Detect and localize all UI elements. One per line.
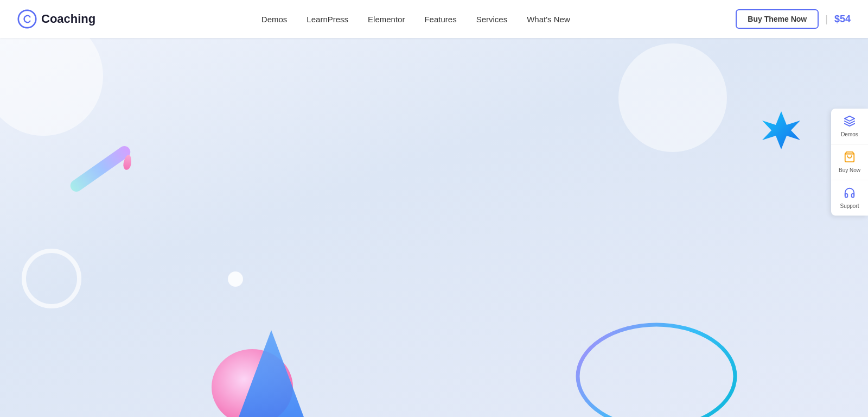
sidebar-buy-label: Buy Now	[839, 167, 860, 173]
floating-sidebar: Demos Buy Now Support	[831, 109, 868, 216]
nav-services[interactable]: Services	[476, 15, 508, 24]
sidebar-demos-label: Demos	[841, 131, 858, 137]
sidebar-item-demos[interactable]: Demos	[831, 109, 868, 144]
nav-demos[interactable]: Demos	[261, 15, 288, 24]
nav-whats-new[interactable]: What's New	[527, 15, 570, 24]
price-badge: $54	[834, 14, 851, 25]
headset-icon	[844, 187, 856, 201]
deco-dot-mid	[228, 271, 243, 287]
deco-oval-ring	[570, 314, 743, 417]
nav-elementor[interactable]: Elementor	[368, 15, 405, 24]
deco-circle-midleft	[22, 249, 81, 308]
header-cta: Buy Theme Now | $54	[736, 9, 851, 29]
main-nav: Demos LearnPress Elementor Features Serv…	[261, 15, 570, 24]
deco-plus-shape	[760, 109, 803, 152]
cta-divider: |	[825, 14, 828, 25]
hero-section	[0, 38, 868, 417]
logo-text: Coaching	[41, 12, 95, 26]
deco-pill-bar	[68, 144, 132, 194]
deco-circle-topright	[618, 43, 727, 152]
svg-marker-2	[239, 330, 304, 417]
sidebar-item-buy[interactable]: Buy Now	[831, 144, 868, 180]
deco-teardrop	[123, 154, 133, 170]
svg-point-1	[212, 349, 293, 417]
deco-circle-topleft	[0, 38, 103, 136]
nav-features[interactable]: Features	[424, 15, 456, 24]
logo-icon	[17, 9, 37, 29]
nav-learnpress[interactable]: LearnPress	[307, 15, 348, 24]
sidebar-item-support[interactable]: Support	[831, 180, 868, 216]
svg-point-3	[578, 325, 735, 417]
layers-icon	[844, 115, 856, 130]
buy-theme-button[interactable]: Buy Theme Now	[736, 9, 819, 29]
svg-point-0	[18, 10, 36, 28]
logo[interactable]: Coaching	[17, 9, 95, 29]
sidebar-support-label: Support	[840, 203, 859, 209]
cart-icon	[844, 151, 856, 166]
deco-cone-triangle	[201, 303, 320, 417]
site-header: Coaching Demos LearnPress Elementor Feat…	[0, 0, 868, 38]
